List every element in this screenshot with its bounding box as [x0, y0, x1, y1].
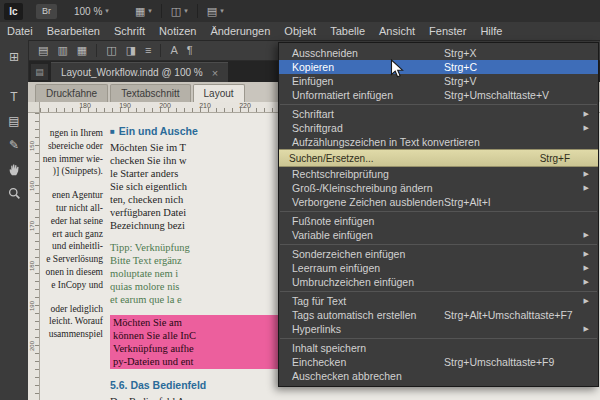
menu-item-rechtschreibprüfung[interactable]: Rechtschreibprüfung▶ [279, 167, 598, 181]
character-panel-icon[interactable]: A [170, 41, 177, 60]
doc-setup-icon[interactable]: ▤ [38, 41, 48, 60]
menu-änderungen[interactable]: Änderungen [203, 22, 277, 40]
track-changes-icon[interactable]: ◨ [126, 41, 136, 60]
menu-datei[interactable]: Datei [0, 22, 40, 40]
text-line: Bezeichnung bezi [110, 219, 286, 232]
workspace-grid-icon[interactable]: ⊞ [0, 46, 28, 68]
text-column-main: ■Ein und AuscheMöchten Sie im Tchecken S… [110, 125, 286, 400]
menu-item-inhalt-speichern[interactable]: Inhalt speichern [279, 341, 598, 355]
menu-item-leerraum-einfügen[interactable]: Leerraum einfügen▶ [279, 261, 598, 275]
menu-item-fußnote-einfügen[interactable]: Fußnote einfügen [279, 214, 598, 228]
menu-item-umbruchzeichen-einfügen[interactable]: Umbruchzeichen einfügen▶ [279, 275, 598, 289]
ruler-label: 200 [159, 102, 171, 109]
text-line: Sie sich eigentlich [110, 180, 286, 193]
text-line: usammenspiel [41, 328, 103, 341]
chevron-down-icon: ▾ [220, 7, 224, 15]
submenu-arrow-icon: ▶ [584, 278, 589, 286]
menu-bearbeiten[interactable]: Bearbeiten [40, 22, 107, 40]
menu-objekt[interactable]: Objekt [277, 22, 323, 40]
type-tool-icon[interactable]: T [0, 86, 28, 108]
menu-item-ausschneiden[interactable]: AusschneidenStrg+X [279, 46, 598, 60]
menu-item-shortcut: Strg+Umschalttaste+F9 [444, 356, 554, 368]
view-options-button[interactable]: ▦▾ [126, 5, 161, 18]
hand-tool-icon[interactable] [0, 158, 28, 180]
text-line: ert auch ganz [41, 228, 103, 241]
menu-separator [280, 291, 597, 292]
bullet-icon: ■ [110, 125, 115, 138]
titlebar-tools: ▦▾◫▾▤▾ [126, 4, 233, 18]
zoom-tool-icon[interactable] [0, 182, 28, 204]
text-line: Das Bedienfeld A [110, 395, 286, 400]
note-tool-icon[interactable]: ▤ [0, 110, 28, 132]
menu-item-unformatiert-einfügen[interactable]: Unformatiert einfügenStrg+Umschalttaste+… [279, 88, 598, 102]
ruler-ticks [35, 113, 39, 400]
text-line: eder hat seine [41, 215, 103, 228]
bridge-button[interactable]: Br [36, 4, 57, 19]
menu-tabelle[interactable]: Tabelle [323, 22, 372, 40]
text-line: e Serverlösung [41, 253, 103, 266]
menu-item-auschecken-abbrechen[interactable]: Auschecken abbrechen [279, 369, 598, 383]
menu-item-label: Rechtschreibprüfung [292, 168, 389, 180]
text-column-left: ngen in Ihremsbereiche odernen immer wie… [41, 127, 103, 352]
view-tab-layout[interactable]: Layout [193, 84, 245, 102]
menu-item-variable-einfügen[interactable]: Variable einfügen▶ [279, 228, 598, 242]
menu-item-schriftgrad[interactable]: Schriftgrad▶ [279, 121, 598, 135]
arrange-documents-button[interactable]: ▤▾ [198, 5, 233, 18]
menu-item-label: Auschecken abbrechen [292, 370, 402, 382]
menu-hilfe[interactable]: Hilfe [473, 22, 509, 40]
text-line: Möchten Sie am [113, 316, 275, 329]
menu-item-einfügen[interactable]: EinfügenStrg+V [279, 74, 598, 88]
menu-item-verborgene-zeichen-ausblenden[interactable]: Verborgene Zeichen ausblendenStrg+Alt+I [279, 195, 598, 209]
text-line: ngen in Ihrem [41, 127, 103, 140]
frame-grid-icon[interactable]: ▦ [77, 41, 87, 60]
text-line: et earum que la e [110, 293, 286, 306]
menu-fenster[interactable]: Fenster [422, 22, 473, 40]
section-heading: 5.6. Das Bedienfeld [110, 379, 286, 392]
menu-item-aufzählungszeichen-in-text-konvertieren[interactable]: Aufzählungszeichen in Text konvertieren [279, 135, 598, 149]
document-tab[interactable]: Layout_Workflow.indd @ 100 % × [51, 62, 228, 82]
text-line: Möchten Sie im T [110, 141, 286, 154]
heading-text: Ein und Ausche [119, 125, 198, 138]
columns-icon[interactable]: ▥ [57, 41, 67, 60]
word-count-icon[interactable]: ≡ [145, 41, 151, 60]
ruler-origin [28, 102, 40, 113]
menu-item-label: Kopieren [292, 61, 334, 73]
menu-item-schriftart[interactable]: Schriftart▶ [279, 107, 598, 121]
ruler-label: 190 [119, 102, 131, 109]
text-line: quias molore nis [110, 280, 286, 293]
menu-item-label: Schriftart [292, 108, 334, 120]
menu-item-tags-automatisch-erstellen[interactable]: Tags automatisch erstellenStrg+Alt+Umsch… [279, 308, 598, 322]
search-replace-label: Suchen/Ersetzen... [289, 153, 374, 164]
text-line: enen Agentur [41, 189, 103, 202]
text-line: sbereiche oder [41, 140, 103, 153]
view-tab-textabschnitt[interactable]: Textabschnitt [110, 84, 190, 102]
menu-item-shortcut: Strg+Alt+I [444, 196, 491, 208]
zoom-level-dropdown[interactable]: 100 % ▾ [74, 6, 109, 17]
paragraph-panel-icon[interactable]: ¶ [187, 41, 193, 60]
menu-schrift[interactable]: Schrift [107, 22, 152, 40]
screen-mode-button[interactable]: ◫▾ [162, 5, 197, 18]
close-icon[interactable]: × [212, 68, 218, 78]
menu-ansicht[interactable]: Ansicht [372, 22, 422, 40]
view-tab-druckfahne[interactable]: Druckfahne [35, 84, 108, 102]
submenu-arrow-icon: ▶ [584, 170, 589, 178]
panel-dock-icon[interactable]: ▤ [31, 64, 48, 80]
menu-item-tag-für-text[interactable]: Tag für Text▶ [279, 294, 598, 308]
menu-item-label: Tag für Text [292, 295, 346, 307]
menu-notizen[interactable]: Notizen [152, 22, 203, 40]
menu-item-hyperlinks[interactable]: Hyperlinks▶ [279, 322, 598, 336]
menu-item-einchecken[interactable]: EincheckenStrg+Umschalttaste+F9 [279, 355, 598, 369]
tools-panel: ⊞T▤✎ [0, 40, 29, 400]
menu-item-kopieren[interactable]: KopierenStrg+C [279, 60, 598, 74]
toolbar-divider [160, 44, 161, 57]
submenu-arrow-icon: ▶ [584, 124, 589, 132]
pencil-tool-icon[interactable]: ✎ [0, 134, 28, 156]
ruler-label: 220 [239, 102, 251, 109]
menu-item-sonderzeichen-einfügen[interactable]: Sonderzeichen einfügen▶ [279, 247, 598, 261]
ruler-label: 160 [29, 180, 35, 192]
tip-block: Tipp: VerknüpfungBitte Text ergänzmolupt… [110, 241, 286, 306]
vertical-ruler: 150160170180190200 [28, 113, 40, 400]
menu-item-groß-kleinschreibung-ändern[interactable]: Groß-/Kleinschreibung ändern▶ [279, 181, 598, 195]
notes-icon[interactable]: ◫ [106, 41, 116, 60]
search-replace-bar[interactable]: Suchen/Ersetzen...Strg+F [279, 149, 598, 167]
